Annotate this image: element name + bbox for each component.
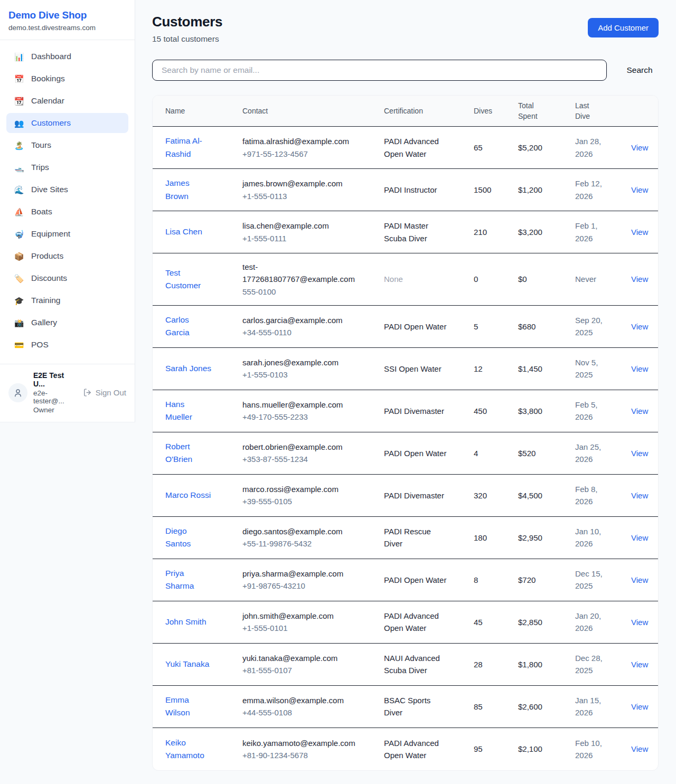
customer-name-link[interactable]: Test Customer <box>165 267 212 292</box>
customer-name-cell: John Smith <box>165 616 242 628</box>
customer-email: keiko.yamamoto@example.com <box>242 737 358 749</box>
sidebar-item-training[interactable]: 🎓 Training <box>6 290 128 310</box>
view-link[interactable]: View <box>631 407 648 415</box>
sidebar-item-boats[interactable]: ⛵ Boats <box>6 202 128 222</box>
customer-name-cell: Emma Wilson <box>165 694 242 719</box>
view-link[interactable]: View <box>631 322 648 331</box>
customer-contact-cell: james.brown@example.com +1-555-0113 <box>242 177 384 202</box>
customer-dives: 320 <box>474 489 518 502</box>
customer-last-dive: Feb 12, 2026 <box>575 177 619 202</box>
customer-name-link[interactable]: James Brown <box>165 177 212 202</box>
customer-name-link[interactable]: Carlos Garcia <box>165 314 212 339</box>
view-link[interactable]: View <box>631 744 648 753</box>
customer-name-link[interactable]: Keiko Yamamoto <box>165 736 212 762</box>
customer-name-link[interactable]: Hans Mueller <box>165 398 212 423</box>
customer-name-link[interactable]: Lisa Chen <box>165 225 202 238</box>
sidebar-item-label: Gallery <box>31 318 57 327</box>
customer-name-link[interactable]: Fatima Al-Rashid <box>165 135 212 160</box>
customer-total-spent: $2,850 <box>518 616 575 628</box>
customer-certification: PADI Open Water <box>384 574 446 586</box>
customer-dives: 8 <box>474 574 518 586</box>
search-input[interactable] <box>152 60 607 81</box>
table-row: Marco Rossi marco.rossi@example.com +39-… <box>153 475 658 517</box>
sidebar-item-discounts[interactable]: 🏷️ Discounts <box>6 268 128 288</box>
search-button[interactable]: Search <box>621 65 659 75</box>
view-link[interactable]: View <box>631 228 648 237</box>
customer-action-cell: View <box>624 489 648 502</box>
sidebar-item-gallery[interactable]: 📸 Gallery <box>6 313 128 333</box>
sidebar-item-equipment[interactable]: 🤿 Equipment <box>6 224 128 244</box>
view-link[interactable]: View <box>631 449 648 458</box>
customer-certification: PADI Advanced Open Water <box>384 135 448 160</box>
view-link[interactable]: View <box>631 575 648 584</box>
sidebar-item-customers[interactable]: 👥 Customers <box>6 113 128 133</box>
user-info: E2E Test U... e2e-tester@... Owner <box>33 371 77 414</box>
customer-email: lisa.chen@example.com <box>242 220 358 232</box>
customer-last-dive: Jan 25, 2026 <box>575 441 619 466</box>
sidebar-item-tours[interactable]: 🏝️ Tours <box>6 135 128 155</box>
customer-action-cell: View <box>624 363 648 375</box>
view-link[interactable]: View <box>631 143 648 152</box>
customer-certification-cell: PADI Advanced Open Water <box>384 610 474 635</box>
sidebar-item-dive-sites[interactable]: 🌊 Dive Sites <box>6 180 128 200</box>
brand-title: Demo Dive Shop <box>8 10 126 21</box>
nav-icon: 📦 <box>14 252 24 260</box>
sidebar-item-pos[interactable]: 💳 POS <box>6 335 128 355</box>
column-header-name: Name <box>165 106 242 116</box>
customer-last-dive: Sep 20, 2025 <box>575 314 619 339</box>
customer-email: priya.sharma@example.com <box>242 568 358 580</box>
customer-email: fatima.alrashid@example.com <box>242 135 358 147</box>
sidebar-item-bookings[interactable]: 📅 Bookings <box>6 69 128 89</box>
view-link[interactable]: View <box>631 618 648 627</box>
page-header: Customers 15 total customers Add Custome… <box>152 14 659 44</box>
sidebar-nav: 📊 Dashboard 📅 Bookings 📆 Calendar 👥 Cust… <box>0 40 135 355</box>
customer-name-link[interactable]: Diego Santos <box>165 525 212 550</box>
customer-total-spent: $0 <box>518 273 575 285</box>
view-link[interactable]: View <box>631 660 648 669</box>
customer-name-link[interactable]: Yuki Tanaka <box>165 658 209 670</box>
view-link[interactable]: View <box>631 275 648 284</box>
view-link[interactable]: View <box>631 364 648 373</box>
nav-icon: 🎓 <box>14 297 24 305</box>
table-header-row: Name Contact Certification Dives Total S… <box>153 96 658 127</box>
customer-email: hans.mueller@example.com <box>242 399 358 411</box>
view-link[interactable]: View <box>631 491 648 500</box>
customer-name-link[interactable]: Robert O'Brien <box>165 440 212 466</box>
sidebar-item-calendar[interactable]: 📆 Calendar <box>6 91 128 111</box>
customer-phone: +1-555-0103 <box>242 369 375 381</box>
sidebar-item-label: Trips <box>31 163 49 172</box>
view-link[interactable]: View <box>631 185 648 194</box>
customer-phone: +1-555-0101 <box>242 622 375 634</box>
customer-total-spent: $2,950 <box>518 532 575 544</box>
customer-name-cell: James Brown <box>165 177 242 202</box>
customer-contact-cell: yuki.tanaka@example.com +81-555-0107 <box>242 652 384 677</box>
column-header-last-dive: Last Dive <box>575 100 624 122</box>
customer-name-link[interactable]: Sarah Jones <box>165 362 211 375</box>
customer-contact-cell: emma.wilson@example.com +44-555-0108 <box>242 694 384 719</box>
view-link[interactable]: View <box>631 533 648 542</box>
page-title-block: Customers 15 total customers <box>152 14 222 44</box>
customer-contact-cell: hans.mueller@example.com +49-170-555-223… <box>242 399 384 423</box>
customer-last-dive: Dec 28, 2025 <box>575 652 619 677</box>
customer-total-spent: $520 <box>518 447 575 459</box>
customer-phone: 555-0100 <box>242 286 375 298</box>
customer-contact-cell: lisa.chen@example.com +1-555-0111 <box>242 220 384 244</box>
add-customer-button[interactable]: Add Customer <box>588 18 659 37</box>
view-link[interactable]: View <box>631 702 648 711</box>
table-row: John Smith john.smith@example.com +1-555… <box>153 601 658 644</box>
customer-certification-cell: PADI Divemaster <box>384 405 474 417</box>
customer-certification-cell: SSI Open Water <box>384 363 474 375</box>
sidebar-item-dashboard[interactable]: 📊 Dashboard <box>6 46 128 67</box>
customer-contact-cell: priya.sharma@example.com +91-98765-43210 <box>242 568 384 592</box>
customer-phone: +49-170-555-2233 <box>242 411 375 423</box>
customer-name-link[interactable]: Emma Wilson <box>165 694 212 719</box>
customer-phone: +81-555-0107 <box>242 664 375 676</box>
customer-name-link[interactable]: Priya Sharma <box>165 567 212 592</box>
sidebar-item-products[interactable]: 📦 Products <box>6 246 128 266</box>
sign-out-button[interactable]: Sign Out <box>83 388 126 397</box>
customer-contact-cell: marco.rossi@example.com +39-555-0105 <box>242 483 384 508</box>
customer-last-dive: Feb 5, 2026 <box>575 399 619 423</box>
customer-name-link[interactable]: John Smith <box>165 616 206 628</box>
customer-name-link[interactable]: Marco Rossi <box>165 489 211 502</box>
sidebar-item-trips[interactable]: 🛥️ Trips <box>6 157 128 177</box>
